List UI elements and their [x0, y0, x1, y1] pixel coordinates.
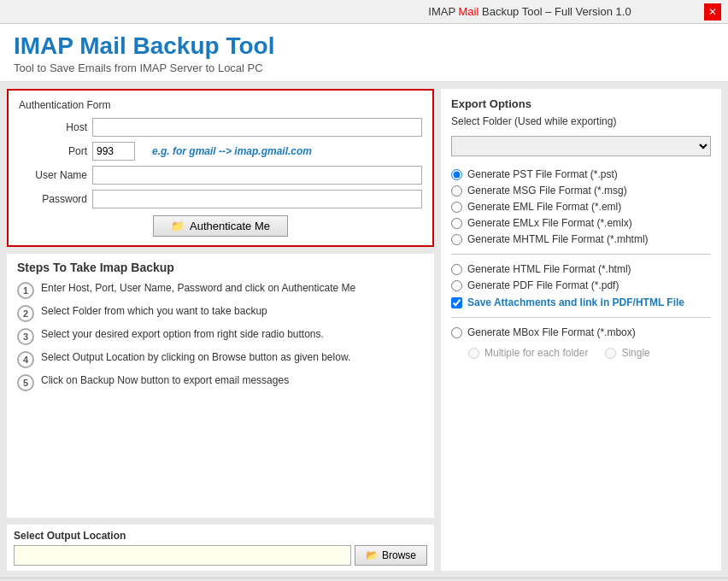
mbox-multiple-item: Multiple for each folder [468, 347, 588, 359]
mbox-radio[interactable] [451, 327, 462, 338]
folder-select[interactable] [451, 136, 711, 156]
save-attachments-label: Save Attachments and link in PDF/HTML Fi… [467, 296, 684, 308]
output-input[interactable] [14, 545, 351, 566]
format-label-pst: Generate PST File Format (*.pst) [467, 168, 618, 180]
username-input[interactable] [92, 166, 422, 185]
steps-section: Steps To Take Imap Backup 1 Enter Host, … [7, 254, 434, 518]
steps-title: Steps To Take Imap Backup [17, 261, 424, 274]
format-label-emlx: Generate EMLx File Format (*.emlx) [467, 217, 632, 229]
format-label-eml: Generate EML File Format (*.eml) [467, 201, 621, 213]
mbox-item: Generate MBox File Format (*.mbox) [451, 326, 711, 338]
browse-button[interactable]: 📂 Browse [355, 545, 427, 566]
format-radio-mhtml[interactable] [451, 234, 462, 245]
step-item: 5 Click on Backup Now button to export e… [17, 373, 424, 391]
format-radio-item: Generate HTML File Format (*.html) [451, 263, 711, 275]
mbox-single-item: Single [605, 347, 649, 359]
username-row: User Name [19, 166, 422, 185]
folder-select-label: Select Folder (Used while exporting) [451, 115, 711, 127]
mbox-label: Generate MBox File Format (*.mbox) [467, 326, 636, 338]
output-title: Select Output Location [14, 530, 427, 542]
format-radio-pdf[interactable] [451, 280, 462, 291]
port-row: Port e.g. for gmail --> imap.gmail.com [19, 142, 422, 161]
divider-1 [451, 254, 711, 255]
mbox-multiple-label: Multiple for each folder [484, 347, 588, 359]
step-text: Click on Backup Now button to export ema… [41, 373, 289, 388]
format-radio-item: Generate PST File Format (*.pst) [451, 168, 711, 180]
auth-form: Authentication Form Host Port e.g. for g… [7, 89, 434, 247]
port-hint: e.g. for gmail --> imap.gmail.com [152, 145, 312, 157]
format-label-html: Generate HTML File Format (*.html) [467, 263, 631, 275]
mbox-single-radio[interactable] [605, 348, 616, 359]
save-attachments-item: Save Attachments and link in PDF/HTML Fi… [451, 296, 711, 308]
authenticate-button-label: Authenticate Me [190, 220, 270, 232]
step-number: 5 [17, 374, 34, 391]
host-row: Host [19, 118, 422, 137]
step-item: 2 Select Folder from which you want to t… [17, 304, 424, 322]
mbox-multiple-radio[interactable] [468, 348, 479, 359]
password-row: Password [19, 190, 422, 208]
format-label-mhtml: Generate MHTML File Format (*.mhtml) [467, 233, 649, 245]
divider-2 [451, 317, 711, 318]
port-input[interactable] [92, 142, 135, 161]
export-title: Export Options [451, 97, 711, 110]
format-radio-emlx[interactable] [451, 218, 462, 229]
auth-form-title: Authentication Form [19, 99, 422, 111]
app-header: IMAP Mail Backup Tool Tool to Save Email… [0, 24, 728, 82]
right-panel: Export Options Select Folder (Used while… [441, 89, 721, 571]
browse-label: Browse [382, 549, 416, 561]
format-radio-item: Generate EMLx File Format (*.emlx) [451, 217, 711, 229]
format-radio-item: Generate MSG File Format (*.msg) [451, 185, 711, 197]
format-radio-item: Generate EML File Format (*.eml) [451, 201, 711, 213]
step-number: 2 [17, 305, 34, 322]
title-bar: IMAP Mail Backup Tool – Full Version 1.0… [0, 0, 728, 24]
step-text: Select Output Location by clicking on Br… [41, 350, 350, 365]
output-row: 📂 Browse [14, 545, 427, 566]
format-radio-pst[interactable] [451, 169, 462, 180]
format-radio-item: Generate PDF File Format (*.pdf) [451, 279, 711, 291]
step-number: 4 [17, 351, 34, 368]
folder-icon: 📁 [171, 220, 185, 232]
save-attachments-checkbox[interactable] [451, 297, 462, 308]
auth-btn-row: 📁 Authenticate Me [19, 215, 422, 237]
output-section: Select Output Location 📂 Browse [7, 525, 434, 571]
format-group-1: Generate PST File Format (*.pst) Generat… [451, 168, 711, 245]
step-number: 1 [17, 282, 34, 299]
step-text: Select your desired export option from r… [41, 327, 324, 342]
username-label: User Name [19, 169, 87, 181]
step-item: 4 Select Output Location by clicking on … [17, 350, 424, 368]
mbox-single-label: Single [621, 347, 649, 359]
step-text: Enter Host, Port, User Name, Password an… [41, 281, 355, 296]
close-button[interactable]: ✕ [704, 3, 721, 21]
app-title: IMAP Mail Backup Tool [14, 32, 714, 60]
format-label-pdf: Generate PDF File Format (*.pdf) [467, 279, 619, 291]
app-subtitle: Tool to Save Emails from IMAP Server to … [14, 62, 714, 74]
browse-icon: 📂 [366, 549, 379, 561]
format-radio-eml[interactable] [451, 202, 462, 213]
steps-list: 1 Enter Host, Port, User Name, Password … [17, 281, 424, 391]
step-item: 3 Select your desired export option from… [17, 327, 424, 345]
step-number: 3 [17, 328, 34, 345]
host-input[interactable] [92, 118, 422, 137]
mbox-sub-options: Multiple for each folder Single [451, 347, 711, 359]
host-label: Host [19, 121, 87, 133]
left-panel: Authentication Form Host Port e.g. for g… [7, 89, 434, 571]
authenticate-button[interactable]: 📁 Authenticate Me [153, 215, 288, 237]
step-item: 1 Enter Host, Port, User Name, Password … [17, 281, 424, 299]
password-label: Password [19, 193, 87, 205]
title-bar-text: IMAP Mail Backup Tool – Full Version 1.0 [355, 5, 704, 18]
format-group-2: Generate HTML File Format (*.html) Gener… [451, 263, 711, 291]
step-text: Select Folder from which you want to tak… [41, 304, 267, 319]
port-label: Port [19, 145, 87, 157]
bottom-bar: 🛒 Upgrade ❓ Support ℹ About ⏻ Exit 🏳 Bac… [0, 578, 728, 581]
format-label-msg: Generate MSG File Format (*.msg) [467, 185, 627, 197]
main-content: Authentication Form Host Port e.g. for g… [0, 82, 728, 578]
format-radio-item: Generate MHTML File Format (*.mhtml) [451, 233, 711, 245]
format-radio-html[interactable] [451, 264, 462, 275]
password-input[interactable] [92, 190, 422, 208]
format-radio-msg[interactable] [451, 185, 462, 197]
